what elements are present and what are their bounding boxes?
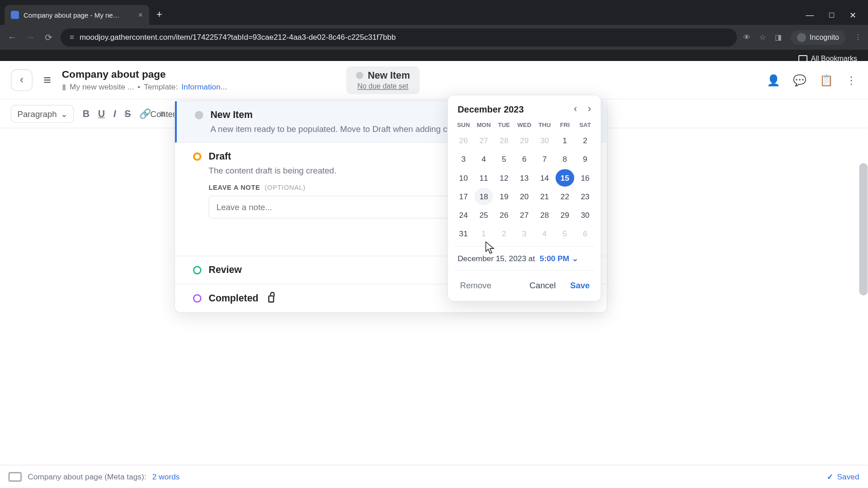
workflow-name: New Item (211, 110, 253, 121)
calendar-day[interactable]: 20 (515, 188, 534, 206)
status-due[interactable]: No due date set (357, 82, 408, 90)
title-block: Company about page ▮ My new website ... … (62, 69, 227, 91)
workflow-name: Draft (209, 151, 231, 162)
time-row: December 15, 2023 at 5:00 PM ⌄ (454, 246, 594, 266)
comments-icon[interactable]: 💬 (793, 73, 806, 86)
back-button[interactable]: ‹ (11, 69, 33, 91)
calendar-day[interactable]: 28 (535, 206, 554, 224)
site-info-icon[interactable]: ≡ (70, 33, 74, 42)
calendar-day[interactable]: 30 (576, 206, 594, 224)
close-window-icon[interactable]: ✕ (849, 10, 856, 20)
calendar-day[interactable]: 3 (454, 150, 473, 168)
page-title: Company about page (62, 69, 227, 81)
calendar-day[interactable]: 9 (576, 150, 594, 168)
calendar-day[interactable]: 10 (454, 169, 473, 187)
saved-status: ✓ Saved (827, 472, 859, 481)
check-icon: ✓ (827, 472, 834, 481)
calendar-day[interactable]: 15 (555, 169, 574, 187)
calendar-day[interactable]: 4 (474, 150, 493, 168)
calendar-day[interactable]: 16 (576, 169, 594, 187)
breadcrumb: ▮ My new website ... • Template: Informa… (62, 82, 227, 91)
calendar-day[interactable]: 6 (576, 225, 594, 243)
time-select[interactable]: 5:00 PM ⌄ (540, 254, 578, 263)
lock-icon (268, 296, 274, 303)
breadcrumb-folder[interactable]: My new website ... (70, 82, 134, 91)
calendar-day[interactable]: 23 (576, 188, 594, 206)
calendar-day[interactable]: 6 (515, 150, 534, 168)
url-text: moodjoy.gathercontent.com/item/17422574?… (80, 33, 396, 42)
bold-button[interactable]: B (83, 108, 90, 119)
dow-label: WED (515, 119, 534, 131)
calendar-day[interactable]: 31 (454, 225, 473, 243)
calendar-day[interactable]: 24 (454, 206, 473, 224)
template-link[interactable]: Information... (181, 82, 227, 91)
browser-tab[interactable]: Company about page - My ne… × (5, 5, 149, 25)
calendar-day[interactable]: 14 (535, 169, 554, 187)
url-input[interactable]: ≡ moodjoy.gathercontent.com/item/1742257… (61, 28, 737, 47)
scrollbar-thumb[interactable] (859, 163, 868, 296)
incognito-badge[interactable]: Incognito (791, 30, 845, 45)
close-tab-icon[interactable]: × (138, 10, 143, 20)
calendar-day[interactable]: 17 (454, 188, 473, 206)
paragraph-select[interactable]: Paragraph ⌄ (11, 104, 74, 122)
calendar-day[interactable]: 11 (474, 169, 493, 187)
dow-label: SAT (576, 119, 594, 131)
calendar-day[interactable]: 5 (495, 150, 514, 168)
underline-button[interactable]: U (98, 108, 105, 119)
status-pill[interactable]: New Item No due date set (346, 66, 420, 94)
reload-icon[interactable]: ⟳ (42, 32, 54, 43)
calendar-day[interactable]: 2 (495, 225, 514, 243)
calendar-day[interactable]: 28 (495, 132, 514, 150)
calendar-day[interactable]: 8 (555, 150, 574, 168)
chevron-down-icon: ⌄ (61, 109, 68, 118)
person-icon[interactable]: 👤 (767, 73, 780, 86)
word-count[interactable]: 2 words (152, 472, 180, 481)
more-icon[interactable]: ⋮ (846, 73, 857, 86)
menu-toggle-icon[interactable]: ≡ (43, 72, 51, 88)
calendar-day[interactable]: 13 (515, 169, 534, 187)
calendar-day[interactable]: 26 (454, 132, 473, 150)
prev-month-icon[interactable]: ‹ (574, 103, 577, 114)
calendar-day[interactable]: 1 (555, 132, 574, 150)
nav-back-icon[interactable]: ← (6, 32, 18, 43)
calendar-day[interactable]: 19 (495, 188, 514, 206)
calendar-day[interactable]: 18 (474, 188, 493, 206)
month-label: December 2023 (458, 104, 524, 114)
calendar-day[interactable]: 5 (555, 225, 574, 243)
status-dot-icon (193, 266, 202, 275)
calendar-day[interactable]: 26 (495, 206, 514, 224)
calendar-day[interactable]: 27 (474, 132, 493, 150)
browser-menu-icon[interactable]: ⋮ (854, 33, 862, 42)
strike-button[interactable]: S (124, 108, 131, 119)
remove-button[interactable]: Remove (454, 277, 497, 293)
next-month-icon[interactable]: › (588, 103, 591, 114)
sidepanel-icon[interactable]: ◨ (775, 33, 782, 42)
calendar-day[interactable]: 1 (474, 225, 493, 243)
dp-save-button[interactable]: Save (566, 277, 595, 293)
keyboard-icon[interactable] (9, 472, 22, 481)
calendar-day[interactable]: 21 (535, 188, 554, 206)
minimize-icon[interactable]: ― (806, 10, 814, 20)
calendar-day[interactable]: 29 (555, 206, 574, 224)
eye-off-icon[interactable]: 👁 (743, 33, 750, 42)
new-tab-button[interactable]: + (156, 9, 162, 20)
calendar-day[interactable]: 22 (555, 188, 574, 206)
app-viewport: ‹ ≡ Company about page ▮ My new website … (0, 61, 868, 488)
maximize-icon[interactable]: □ (829, 10, 834, 20)
calendar-day[interactable]: 4 (535, 225, 554, 243)
dp-cancel-button[interactable]: Cancel (525, 277, 561, 293)
calendar-day[interactable]: 30 (535, 132, 554, 150)
calendar-day[interactable]: 25 (474, 206, 493, 224)
calendar-day[interactable]: 7 (535, 150, 554, 168)
calendar-day[interactable]: 29 (515, 132, 534, 150)
calendar-day[interactable]: 3 (515, 225, 534, 243)
calendar-day[interactable]: 2 (576, 132, 594, 150)
status-name: New Item (368, 70, 410, 80)
bookmark-star-icon[interactable]: ☆ (760, 33, 766, 42)
calendar-day[interactable]: 27 (515, 206, 534, 224)
link-button[interactable]: 🔗 (139, 108, 151, 119)
clipboard-icon[interactable]: 📋 (820, 73, 833, 86)
calendar-day[interactable]: 12 (495, 169, 514, 187)
italic-button[interactable]: I (113, 108, 116, 119)
nav-forward-icon[interactable]: → (24, 32, 36, 43)
